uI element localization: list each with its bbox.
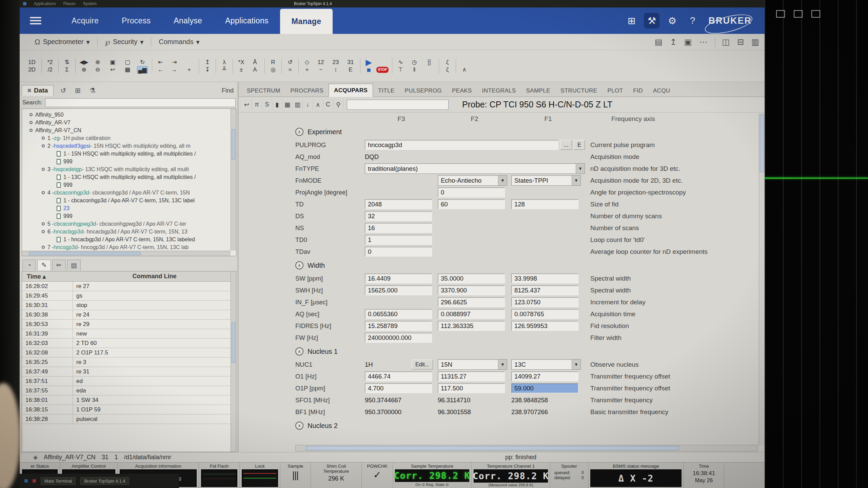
tree-item[interactable]: 7 - hncogp3d - hncogp3d / Apo AR-V7 C-te… <box>42 243 235 251</box>
parameter-tab[interactable]: PEAKS <box>447 84 477 97</box>
workspace-grid-icon[interactable]: ⊞ <box>624 13 639 28</box>
projangle-field[interactable]: 0 <box>438 187 505 197</box>
log-col-time[interactable]: Time ▴ <box>22 273 73 280</box>
parameter-tab[interactable]: PROCPARS <box>285 84 329 97</box>
preferences-gear-icon[interactable]: ⚙ <box>664 13 680 28</box>
toolbar-icon[interactable]: 1D2D <box>24 59 39 74</box>
inf-f1-field[interactable]: 123.0750 <box>511 297 578 307</box>
log-row[interactable]: 16:37:55eda <box>22 386 236 395</box>
sw-f1-field[interactable]: 33.9998 <box>511 273 578 283</box>
help-icon[interactable]: ? <box>685 13 700 28</box>
status-cell-powchk[interactable]: POWCHK ✓ <box>361 463 393 488</box>
pulprog-field[interactable]: hncocagp3d <box>365 140 558 150</box>
log-col-command[interactable]: Command Line <box>73 273 236 280</box>
td0-field[interactable]: 1 <box>365 235 432 245</box>
toolbar-icon[interactable]: ÅA <box>248 59 262 74</box>
log-row[interactable]: 16:28:02re 27 <box>22 282 236 291</box>
log-tab-status-icon[interactable]: ◔ <box>22 260 36 270</box>
sort-icon[interactable]: ↓ <box>303 100 313 110</box>
log-row[interactable]: 16:31:39new <box>22 329 236 339</box>
taskbar-item-terminal[interactable]: Mate Terminal <box>41 477 76 485</box>
workspace-icon[interactable]: ⊞ <box>73 86 83 95</box>
halt-icon[interactable]: ■ <box>366 66 371 74</box>
log-tab-messages-icon[interactable]: ▤ <box>67 260 81 270</box>
parameter-vertical-scrollbar[interactable] <box>759 113 765 445</box>
pulprog-browse-button[interactable]: ... <box>560 140 572 150</box>
o1-f2-field[interactable]: 11315.27 <box>438 371 505 381</box>
tree-item[interactable]: 4 - cbcaconhgp3d - cbcaconhgp3d / Apo AR… <box>42 189 235 197</box>
tools-icon[interactable]: ⚒ <box>644 13 659 28</box>
log-row[interactable]: 16:32:032 TD 60 <box>22 339 236 348</box>
toolbar-icon[interactable]: ∧ <box>456 59 471 74</box>
main-menu-item[interactable]: Analyse <box>162 7 214 34</box>
log-row[interactable]: 16:38:151 O1P 59 <box>22 405 236 414</box>
parameter-tab[interactable]: SAMPLE <box>521 84 555 97</box>
bookmark-icon[interactable]: ▮ <box>272 100 282 110</box>
toolbar-icon[interactable]: ↺≈ <box>281 59 296 74</box>
log-vertical-scrollbar[interactable] <box>231 271 236 452</box>
o1-f1-field[interactable]: 14099.27 <box>511 371 578 381</box>
toolbar-icon[interactable]: ↻▄▆ <box>135 59 150 74</box>
toolbar-icon[interactable]: ⊕⊖ <box>90 59 105 74</box>
log-row[interactable]: 16:30:53re 29 <box>22 320 236 329</box>
tree-item[interactable]: Affinity_950 <box>29 111 235 119</box>
search-input[interactable] <box>45 98 236 107</box>
toolbar-icon[interactable]: R◎ <box>264 59 279 74</box>
log-row[interactable]: 16:37:51ed <box>22 377 236 386</box>
fidres-f3-field[interactable]: 15.258789 <box>365 321 432 331</box>
ds-field[interactable]: 32 <box>365 211 432 221</box>
toolbar-icon[interactable]: 12− <box>313 59 328 74</box>
o1-f3-field[interactable]: 4466.74 <box>365 371 432 381</box>
tree-item[interactable]: 1 - 15N HSQC with multiplicity editing, … <box>57 150 235 158</box>
td-f1-field[interactable]: 128 <box>511 199 578 209</box>
toolbar-icon[interactable]: ∿⊤ <box>392 59 407 74</box>
parameter-tab[interactable]: ACQUPARS <box>329 84 373 97</box>
parameter-tab[interactable]: PULSEPROG <box>399 84 447 97</box>
pulprog-edit-button[interactable]: E <box>574 140 585 150</box>
log-row[interactable]: 16:38:28pulsecal <box>22 414 236 424</box>
taskbar-icon[interactable] <box>24 479 28 483</box>
aq-f1-field[interactable]: 0.0078765 <box>511 309 578 319</box>
pulse-icon[interactable]: π <box>252 100 262 110</box>
o1p-f1-field-selected[interactable]: 59.000 <box>511 383 578 393</box>
tree-item[interactable]: 1 - 13C HSQC with multiplicity editing, … <box>57 173 235 181</box>
inf-f2-field[interactable]: 296.6625 <box>438 297 505 307</box>
toolbar-icon[interactable]: 23↕ <box>328 59 343 74</box>
tdav-field[interactable]: 0 <box>365 247 432 257</box>
security-menu[interactable]: ℘ Security▾ <box>98 38 151 46</box>
sw-f2-field[interactable]: 35.0000 <box>438 273 505 283</box>
toolbar-icon[interactable]: ▢▩ <box>120 59 135 74</box>
layout-split-icon[interactable]: ⊟ <box>737 37 744 47</box>
parameter-tab[interactable]: STRUCTURE <box>555 84 602 97</box>
fidres-f2-field[interactable]: 112.363335 <box>438 321 505 331</box>
toolbar-icon[interactable]: ◇+ <box>298 59 313 74</box>
tab-data[interactable]: ≡ Data <box>22 85 54 96</box>
collapse-section-icon[interactable]: ∧ <box>295 422 303 430</box>
toolbar-icon[interactable]: ↥↧ <box>199 59 214 74</box>
save-icon[interactable]: S <box>262 100 272 110</box>
commands-menu[interactable]: Commands▾ <box>151 38 207 46</box>
log-row[interactable]: 16:30:31stop <box>22 301 236 310</box>
desktop-menu-system[interactable]: System <box>83 1 97 6</box>
swh-f2-field[interactable]: 3370.900 <box>438 285 505 295</box>
tree-item[interactable]: 999 <box>57 212 235 220</box>
spectrometer-menu[interactable]: Ω Spectrometer▾ <box>27 38 97 46</box>
main-menu-item[interactable]: Applications <box>214 7 280 34</box>
tree-item[interactable]: 6 - hncacbgp3d - hncacbgp3d / Apo AR-V7 … <box>42 228 235 236</box>
tree-item[interactable]: 1 - hncacbgp3d / Apo AR-V7 C-term, 15N, … <box>57 236 235 243</box>
undo-icon[interactable]: ↩ <box>242 100 252 110</box>
table-view-icon[interactable]: ▦ <box>282 100 293 110</box>
nuc1-f1-dropdown[interactable]: 13C▼ <box>511 359 581 370</box>
nuc1-edit-button[interactable]: Edit... <box>412 360 433 369</box>
log-row[interactable]: 16:38:011 SW 34 <box>22 395 236 405</box>
tree-horizontal-scrollbar[interactable] <box>22 251 231 256</box>
tree-item[interactable]: 2 - hsqcedetf3gpsi - 15N HSQC with multi… <box>42 142 235 150</box>
search-params-icon[interactable]: ⚲ <box>333 100 343 110</box>
collapse-section-icon[interactable]: ∧ <box>295 261 303 269</box>
layout-left-icon[interactable]: ◫ <box>715 37 730 47</box>
o1p-f3-field[interactable]: 4.700 <box>365 383 432 393</box>
tree-item[interactable]: 23 <box>57 204 235 212</box>
ns-field[interactable]: 16 <box>365 223 432 233</box>
td-f2-field[interactable]: 60 <box>438 199 505 209</box>
tree-item[interactable]: Affinity_AR-V7 <box>29 119 235 126</box>
